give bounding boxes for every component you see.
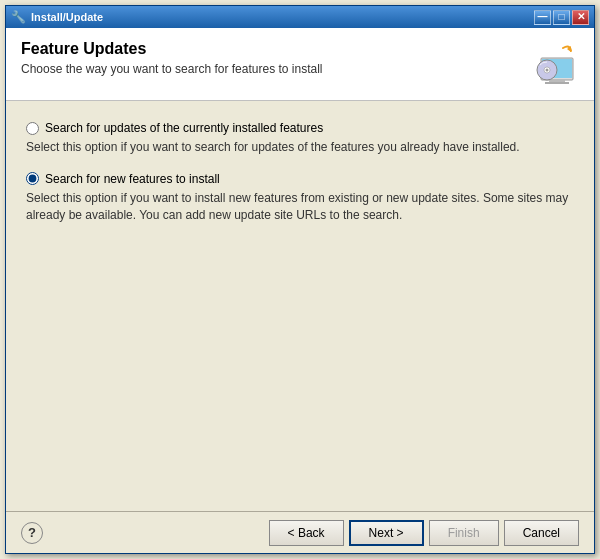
header-title: Feature Updates [21,40,323,58]
radio-label-row-new: Search for new features to install [26,172,574,186]
header-section: Feature Updates Choose the way you want … [6,28,594,101]
finish-button[interactable]: Finish [429,520,499,546]
svg-point-6 [546,69,549,72]
footer-section: ? < Back Next > Finish Cancel [6,511,594,553]
title-bar-title: Install/Update [31,11,103,23]
header-subtitle: Choose the way you want to search for fe… [21,62,323,76]
footer-left: ? [21,522,43,544]
radio-item-new: Search for new features to install Selec… [26,172,574,224]
content-area: Search for updates of the currently inst… [6,101,594,511]
title-bar-icon: 🔧 [11,10,26,24]
radio-updates[interactable] [26,122,39,135]
install-update-icon [527,40,579,88]
minimize-button[interactable]: — [534,10,551,25]
header-icon [527,40,579,88]
radio-label-row-updates: Search for updates of the currently inst… [26,121,574,135]
main-window: 🔧 Install/Update — □ ✕ Feature Updates C… [5,5,595,554]
next-button[interactable]: Next > [349,520,424,546]
close-button[interactable]: ✕ [572,10,589,25]
radio-label-updates[interactable]: Search for updates of the currently inst… [45,121,323,135]
radio-item-updates: Search for updates of the currently inst… [26,121,574,156]
title-bar-buttons: — □ ✕ [534,10,589,25]
radio-desc-updates: Select this option if you want to search… [26,139,574,156]
title-bar: 🔧 Install/Update — □ ✕ [6,6,594,28]
help-button[interactable]: ? [21,522,43,544]
maximize-button[interactable]: □ [553,10,570,25]
back-button[interactable]: < Back [269,520,344,546]
radio-new[interactable] [26,172,39,185]
title-bar-left: 🔧 Install/Update [11,10,103,24]
footer-buttons: < Back Next > Finish Cancel [269,520,579,546]
radio-desc-new: Select this option if you want to instal… [26,190,574,224]
svg-rect-3 [545,82,569,84]
radio-label-new[interactable]: Search for new features to install [45,172,220,186]
cancel-button[interactable]: Cancel [504,520,579,546]
header-text: Feature Updates Choose the way you want … [21,40,323,76]
radio-group: Search for updates of the currently inst… [26,121,574,223]
